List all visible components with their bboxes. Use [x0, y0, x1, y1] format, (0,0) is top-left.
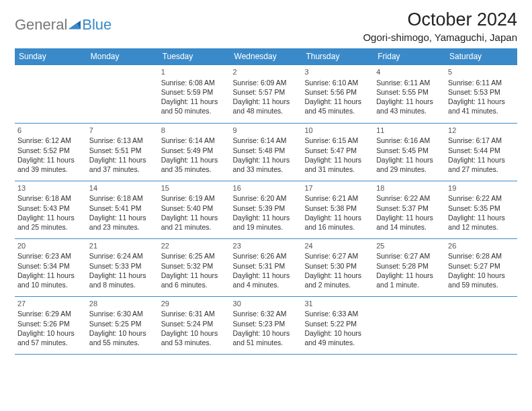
day-sunrise: Sunrise: 6:11 AM	[448, 78, 515, 87]
day-sunrise: Sunrise: 6:11 AM	[376, 78, 443, 87]
day-sunrise: Sunrise: 6:23 AM	[17, 251, 84, 261]
day-daylight1: Daylight: 11 hours	[161, 271, 228, 280]
day-number: 16	[233, 183, 300, 193]
calendar-week-row: 6Sunrise: 6:12 AMSunset: 5:52 PMDaylight…	[15, 123, 517, 181]
day-sunset: Sunset: 5:34 PM	[17, 261, 84, 271]
weekday-header: Tuesday	[159, 48, 230, 65]
calendar-day-cell	[445, 296, 517, 354]
day-daylight1: Daylight: 10 hours	[304, 328, 371, 338]
day-daylight1: Daylight: 11 hours	[448, 97, 515, 106]
day-daylight1: Daylight: 11 hours	[233, 155, 300, 165]
calendar-day-cell: 23Sunrise: 6:26 AMSunset: 5:31 PMDayligh…	[230, 238, 302, 296]
day-number: 8	[161, 126, 228, 136]
calendar-week-row: 20Sunrise: 6:23 AMSunset: 5:34 PMDayligh…	[15, 238, 517, 296]
calendar-day-cell: 15Sunrise: 6:19 AMSunset: 5:40 PMDayligh…	[159, 181, 230, 238]
day-number: 24	[304, 241, 371, 251]
day-daylight2: and 55 minutes.	[89, 338, 156, 347]
day-daylight1: Daylight: 11 hours	[304, 155, 371, 165]
day-sunset: Sunset: 5:39 PM	[233, 203, 300, 213]
weekday-header: Thursday	[302, 48, 373, 65]
day-daylight2: and 33 minutes.	[233, 165, 300, 174]
day-sunset: Sunset: 5:22 PM	[304, 319, 371, 328]
day-sunrise: Sunrise: 6:15 AM	[304, 136, 371, 145]
day-daylight1: Daylight: 11 hours	[89, 213, 156, 222]
day-number: 22	[161, 241, 228, 251]
day-daylight1: Daylight: 11 hours	[304, 271, 371, 280]
day-number: 28	[89, 299, 156, 309]
day-number: 7	[89, 126, 156, 136]
day-sunset: Sunset: 5:35 PM	[448, 203, 515, 213]
day-sunrise: Sunrise: 6:21 AM	[304, 193, 371, 203]
day-number: 13	[17, 183, 84, 193]
day-sunset: Sunset: 5:33 PM	[89, 261, 156, 271]
day-number: 25	[376, 241, 443, 251]
calendar-day-cell	[373, 296, 445, 354]
day-number: 2	[233, 67, 300, 77]
day-daylight2: and 12 minutes.	[448, 222, 515, 232]
day-daylight1: Daylight: 11 hours	[376, 97, 443, 106]
day-sunrise: Sunrise: 6:29 AM	[17, 309, 84, 318]
weekday-header: Saturday	[445, 48, 517, 65]
calendar-day-cell: 11Sunrise: 6:16 AMSunset: 5:45 PMDayligh…	[373, 123, 445, 181]
day-sunrise: Sunrise: 6:14 AM	[233, 136, 300, 145]
day-daylight2: and 43 minutes.	[376, 106, 443, 116]
day-sunrise: Sunrise: 6:13 AM	[89, 136, 156, 145]
day-daylight2: and 23 minutes.	[89, 222, 156, 232]
calendar-day-cell: 20Sunrise: 6:23 AMSunset: 5:34 PMDayligh…	[15, 238, 87, 296]
day-sunset: Sunset: 5:27 PM	[448, 261, 515, 271]
calendar-day-cell: 27Sunrise: 6:29 AMSunset: 5:26 PMDayligh…	[15, 296, 87, 354]
day-sunrise: Sunrise: 6:26 AM	[233, 251, 300, 261]
day-number: 23	[233, 241, 300, 251]
day-sunrise: Sunrise: 6:14 AM	[161, 136, 228, 145]
day-daylight2: and 31 minutes.	[304, 165, 371, 174]
day-daylight2: and 35 minutes.	[161, 165, 228, 174]
day-number: 20	[17, 241, 84, 251]
day-daylight2: and 2 minutes.	[304, 280, 371, 289]
day-daylight2: and 4 minutes.	[233, 280, 300, 289]
calendar-day-cell: 17Sunrise: 6:21 AMSunset: 5:38 PMDayligh…	[302, 181, 373, 238]
day-daylight2: and 51 minutes.	[233, 338, 300, 347]
day-daylight2: and 50 minutes.	[161, 106, 228, 116]
day-sunset: Sunset: 5:32 PM	[161, 261, 228, 271]
day-daylight1: Daylight: 11 hours	[233, 271, 300, 280]
calendar-week-row: 1Sunrise: 6:08 AMSunset: 5:59 PMDaylight…	[15, 65, 517, 123]
day-number: 10	[304, 126, 371, 136]
month-year-title: October 2024	[363, 9, 517, 30]
day-daylight1: Daylight: 10 hours	[233, 328, 300, 338]
day-daylight2: and 53 minutes.	[161, 338, 228, 347]
day-number: 26	[448, 241, 515, 251]
day-sunrise: Sunrise: 6:12 AM	[17, 136, 84, 145]
day-daylight2: and 41 minutes.	[448, 106, 515, 116]
calendar-day-cell: 1Sunrise: 6:08 AMSunset: 5:59 PMDaylight…	[159, 65, 230, 123]
day-sunset: Sunset: 5:48 PM	[233, 146, 300, 155]
day-daylight2: and 14 minutes.	[376, 222, 443, 232]
day-sunset: Sunset: 5:45 PM	[376, 146, 443, 155]
calendar-day-cell: 19Sunrise: 6:22 AMSunset: 5:35 PMDayligh…	[445, 181, 517, 238]
calendar-day-cell: 3Sunrise: 6:10 AMSunset: 5:56 PMDaylight…	[302, 65, 373, 123]
day-sunrise: Sunrise: 6:09 AM	[233, 78, 300, 87]
day-sunset: Sunset: 5:26 PM	[17, 319, 84, 328]
location-label: Ogori-shimogo, Yamaguchi, Japan	[363, 32, 517, 43]
day-daylight2: and 16 minutes.	[304, 222, 371, 232]
day-sunset: Sunset: 5:23 PM	[233, 319, 300, 328]
day-number: 6	[17, 126, 84, 136]
day-sunset: Sunset: 5:51 PM	[89, 146, 156, 155]
day-sunrise: Sunrise: 6:33 AM	[304, 309, 371, 318]
day-sunrise: Sunrise: 6:22 AM	[376, 193, 443, 203]
calendar-day-cell: 5Sunrise: 6:11 AMSunset: 5:53 PMDaylight…	[445, 65, 517, 123]
day-sunrise: Sunrise: 6:32 AM	[233, 309, 300, 318]
day-sunset: Sunset: 5:41 PM	[89, 203, 156, 213]
calendar-day-cell	[15, 65, 87, 123]
day-number: 17	[304, 183, 371, 193]
day-number: 12	[448, 126, 515, 136]
weekday-header: Monday	[87, 48, 159, 65]
calendar-day-cell: 22Sunrise: 6:25 AMSunset: 5:32 PMDayligh…	[159, 238, 230, 296]
day-daylight1: Daylight: 11 hours	[89, 155, 156, 165]
day-sunrise: Sunrise: 6:19 AM	[161, 193, 228, 203]
day-daylight2: and 39 minutes.	[17, 165, 84, 174]
title-block: October 2024 Ogori-shimogo, Yamaguchi, J…	[363, 9, 517, 43]
day-number: 27	[17, 299, 84, 309]
day-daylight2: and 25 minutes.	[17, 222, 84, 232]
calendar-day-cell: 2Sunrise: 6:09 AMSunset: 5:57 PMDaylight…	[230, 65, 302, 123]
day-daylight2: and 1 minute.	[376, 280, 443, 289]
